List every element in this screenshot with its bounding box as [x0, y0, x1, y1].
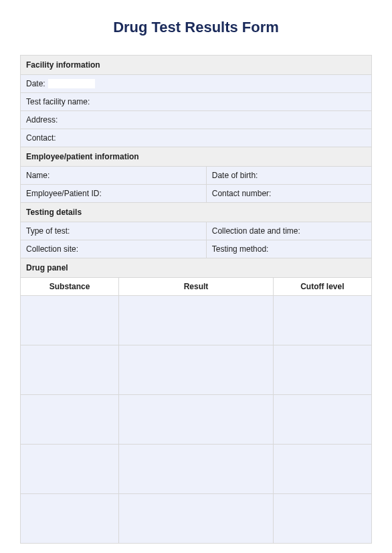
- date-input[interactable]: [48, 79, 95, 88]
- panel-cell-result[interactable]: [119, 345, 274, 395]
- label-site: Collection site:: [26, 244, 78, 254]
- label-name: Name:: [26, 171, 50, 180]
- col-substance: Substance: [21, 278, 119, 296]
- row-contact: Contact:: [21, 129, 371, 147]
- panel-cell-substance[interactable]: [21, 445, 119, 494]
- row-address: Address:: [21, 111, 371, 129]
- section-header-employee: Employee/patient information: [21, 147, 371, 167]
- label-collectiondt: Collection date and time:: [212, 226, 300, 236]
- panel-row: [21, 345, 371, 395]
- label-type: Type of test:: [26, 226, 70, 236]
- row-site-method: Collection site: Testing method:: [21, 240, 371, 258]
- label-date: Date:: [26, 79, 45, 88]
- panel-cell-substance[interactable]: [21, 494, 119, 544]
- page-title: Drug Test Results Form: [20, 19, 372, 36]
- cell-dob[interactable]: Date of birth:: [207, 167, 371, 184]
- panel-cell-cutoff[interactable]: [273, 345, 371, 395]
- panel-cell-result[interactable]: [119, 296, 274, 345]
- panel-row: [21, 494, 371, 544]
- panel-cell-cutoff[interactable]: [273, 494, 371, 544]
- drug-panel-table: Substance Result Cutoff level: [21, 278, 371, 544]
- section-header-panel: Drug panel: [21, 258, 371, 278]
- panel-row: [21, 395, 371, 445]
- cell-contact[interactable]: Contact:: [21, 129, 371, 147]
- label-contact: Contact:: [26, 133, 56, 143]
- col-result: Result: [119, 278, 274, 296]
- section-header-testing: Testing details: [21, 203, 371, 222]
- label-method: Testing method:: [212, 244, 269, 254]
- cell-name[interactable]: Name:: [21, 167, 207, 184]
- panel-cell-result[interactable]: [119, 445, 274, 494]
- cell-contactnum[interactable]: Contact number:: [207, 185, 371, 202]
- col-cutoff: Cutoff level: [273, 278, 371, 296]
- row-type-collectiondt: Type of test: Collection date and time:: [21, 222, 371, 240]
- cell-collectiondt[interactable]: Collection date and time:: [207, 222, 371, 240]
- panel-cell-cutoff[interactable]: [273, 296, 371, 345]
- cell-date[interactable]: Date:: [21, 75, 371, 92]
- panel-header-row: Substance Result Cutoff level: [21, 278, 371, 296]
- panel-cell-cutoff[interactable]: [273, 445, 371, 494]
- panel-cell-substance[interactable]: [21, 395, 119, 445]
- cell-address[interactable]: Address:: [21, 111, 371, 129]
- panel-cell-substance[interactable]: [21, 345, 119, 395]
- panel-row: [21, 296, 371, 345]
- form-page: Drug Test Results Form Facility informat…: [0, 0, 392, 544]
- label-contactnum: Contact number:: [212, 189, 272, 198]
- cell-id[interactable]: Employee/Patient ID:: [21, 185, 207, 202]
- panel-cell-cutoff[interactable]: [273, 395, 371, 445]
- row-name-dob: Name: Date of birth:: [21, 167, 371, 185]
- cell-site[interactable]: Collection site:: [21, 240, 207, 258]
- cell-facility-name[interactable]: Test facility name:: [21, 93, 371, 110]
- panel-row: [21, 445, 371, 494]
- cell-method[interactable]: Testing method:: [207, 240, 371, 258]
- label-facility-name: Test facility name:: [26, 97, 90, 106]
- row-id-contactnum: Employee/Patient ID: Contact number:: [21, 185, 371, 203]
- row-date: Date:: [21, 75, 371, 93]
- label-id: Employee/Patient ID:: [26, 189, 102, 198]
- label-dob: Date of birth:: [212, 171, 258, 180]
- row-facility-name: Test facility name:: [21, 93, 371, 111]
- form-block: Facility information Date: Test facility…: [20, 55, 372, 544]
- panel-cell-substance[interactable]: [21, 296, 119, 345]
- panel-cell-result[interactable]: [119, 494, 274, 544]
- section-header-facility: Facility information: [21, 56, 371, 75]
- label-address: Address:: [26, 115, 58, 125]
- cell-type[interactable]: Type of test:: [21, 222, 207, 240]
- panel-cell-result[interactable]: [119, 395, 274, 445]
